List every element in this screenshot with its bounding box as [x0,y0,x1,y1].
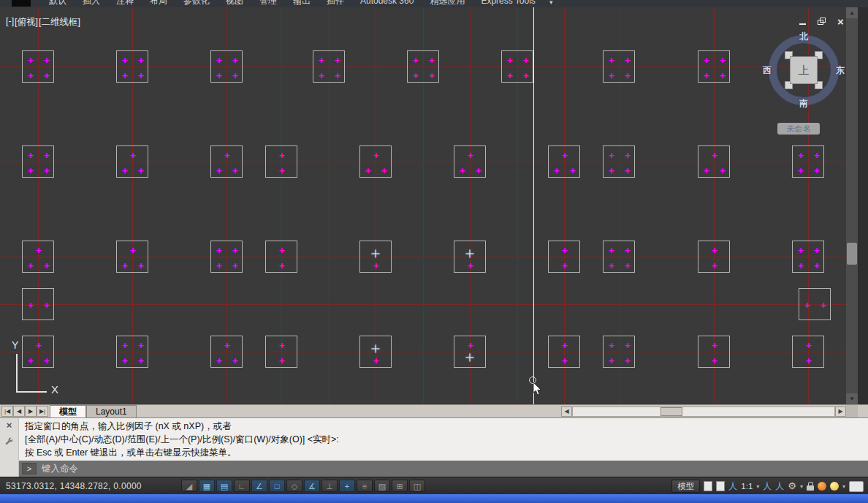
toggle-object-snap-tracking[interactable]: ∡ [304,480,320,492]
annotation-visibility-icon[interactable]: 人 [763,480,772,493]
pile-cap-square[interactable]: +++ [116,145,148,178]
pile-cap-square[interactable]: ++++ [603,241,635,273]
pile-cap-square[interactable]: ++ [265,145,297,178]
viewcube-east-label[interactable]: 东 [836,64,845,77]
pile-cap-square[interactable]: ++++ [603,50,635,83]
toggle-snap-mode[interactable]: ▦ [199,480,215,492]
minimize-icon[interactable] [799,18,806,25]
windows-taskbar[interactable] [0,494,868,503]
coordinates-display[interactable]: 53173.0312, 14348.2782, 0.0000 [6,481,142,491]
pile-cap-square[interactable]: ++ [698,241,730,273]
pile-cap-square[interactable]: ++++ [501,50,533,83]
annotation-autoscale-icon[interactable]: 人 [775,480,784,493]
pile-cap-square[interactable]: ++++ [792,145,824,178]
pile-cap-square[interactable]: ++ [548,241,580,273]
pile-cap-square[interactable]: +++ [359,145,392,178]
command-input-row[interactable]: > 键入命令 [19,461,868,477]
toggle-selection-cycling[interactable]: ◫ [409,480,425,492]
viewcube-top-face[interactable]: 上 [790,56,818,84]
pile-cap-square[interactable]: ++++ [22,145,54,178]
layout-tab-0[interactable]: 模型 [50,405,86,417]
command-prompt-icon[interactable]: > [22,463,37,474]
ribbon-tab-7[interactable]: 输出 [285,0,319,7]
toggle-polar-tracking[interactable]: ∠ [251,480,267,492]
pile-cap-square[interactable]: ++ [792,336,824,368]
ribbon-tab-9[interactable]: Autodesk 360 [352,0,422,7]
pile-cap-square[interactable]: +++ [548,145,580,178]
toggle-infer-constraints[interactable]: ◢ [181,480,197,492]
annotation-scale-caret-icon[interactable]: ▾ [756,483,759,490]
toggle-grid-display[interactable]: ▤ [216,480,232,492]
annotation-scale-icon[interactable]: 人 [728,480,737,493]
pile-cap-square[interactable]: ++++ [792,241,824,273]
viewcube[interactable]: 上 北 南 西 东 [763,29,845,111]
toggle-3d-object-snap[interactable]: ◇ [286,480,302,492]
toggle-show-lineweight[interactable]: ≡ [357,480,373,492]
tab-nav-first-button[interactable]: |◀ [1,406,13,417]
ribbon-tab-10[interactable]: 精选应用 [422,0,473,7]
toggle-ortho-mode[interactable]: ∟ [234,480,250,492]
pile-cap-square[interactable]: ++ [698,336,730,368]
ribbon-tab-2[interactable]: 注释 [108,0,142,7]
pile-cap-square[interactable]: + [454,336,486,368]
pile-cap-square[interactable]: ++ [22,288,54,320]
ribbon-tab-8[interactable]: 插件 [319,0,352,7]
status-menu-caret-icon[interactable]: ▾ [842,483,845,490]
quick-view-drawings-icon[interactable] [716,481,725,491]
close-icon[interactable]: × [837,18,844,26]
pile-cap-square[interactable]: +++ [116,241,148,273]
pile-cap-square[interactable]: ++++ [22,50,54,83]
command-input[interactable]: 键入命令 [42,463,78,475]
performance-icon[interactable] [818,482,826,491]
pile-cap-square[interactable]: ++ [548,336,580,368]
toggle-object-snap[interactable]: □ [269,480,285,492]
tab-nav-next-button[interactable]: ▶ [25,406,37,417]
horizontal-scroll-thumb[interactable] [660,407,682,416]
restore-icon[interactable] [818,18,826,25]
pile-cap-square[interactable]: ++ [799,288,831,320]
vertical-scrollbar[interactable]: ▲ ▼ [846,7,858,404]
scroll-down-arrow-icon[interactable]: ▼ [846,393,858,404]
viewcube-ucs-menu[interactable]: 未命名 [777,123,820,135]
pile-cap-square[interactable]: +++ [698,145,730,178]
pile-cap-square[interactable]: ++++ [116,50,148,83]
tab-nav-prev-button[interactable]: ◀ [13,406,25,417]
pile-cap-square[interactable]: ++++ [210,50,243,83]
toggle-dynamic-input[interactable]: + [339,480,355,492]
viewcube-west-label[interactable]: 西 [763,64,772,77]
viewport-controls-button[interactable]: [-] [6,16,14,29]
pile-cap-square[interactable]: ++++ [698,50,730,83]
scroll-up-arrow-icon[interactable]: ▲ [846,7,858,18]
pile-cap-square[interactable]: +++ [22,241,54,273]
ribbon-tab-3[interactable]: 布局 [142,0,175,7]
viewport-view-button[interactable]: [俯视] [15,16,38,29]
viewcube-north-label[interactable]: 北 [799,31,808,43]
ribbon-tab-0[interactable]: 默认 [41,0,75,7]
pile-cap-square[interactable]: ++++ [313,50,345,83]
pile-cap-square[interactable]: ++ [265,336,297,368]
pile-cap-square[interactable]: ++++ [210,241,243,273]
workspace-caret-icon[interactable]: ▾ [800,483,803,490]
pile-cap-square[interactable]: ++++ [603,145,635,178]
pile-cap-square[interactable]: ++++ [407,50,439,83]
vertical-scroll-thumb[interactable] [847,243,857,265]
pile-cap-square[interactable]: +++ [210,336,243,368]
viewport-visual-style-button[interactable]: [二维线框] [39,16,80,29]
ribbon-tab-1[interactable]: 插入 [75,0,108,7]
layout-tab-1[interactable]: Layout1 [86,405,137,417]
pile-cap-square[interactable]: +++ [210,145,243,178]
hscroll-right-arrow-icon[interactable]: ▶ [835,406,846,417]
ribbon-tab-6[interactable]: 管理 [251,0,285,7]
workspace-gear-icon[interactable]: ⚙ [788,480,796,493]
pile-cap-square[interactable]: ++++ [116,336,148,368]
tab-nav-last-button[interactable]: ▶| [37,406,48,417]
command-close-icon[interactable]: × [7,421,12,430]
pile-cap-square[interactable]: ++ [265,241,297,273]
isolate-objects-icon[interactable] [830,482,839,491]
lock-icon[interactable] [807,485,814,491]
horizontal-scrollbar[interactable] [572,406,835,417]
viewcube-south-label[interactable]: 南 [799,97,808,110]
quick-view-layouts-icon[interactable] [704,481,712,491]
ribbon-tab-11[interactable]: Express Tools [473,0,543,7]
model-space-button[interactable]: 模型 [671,480,700,493]
